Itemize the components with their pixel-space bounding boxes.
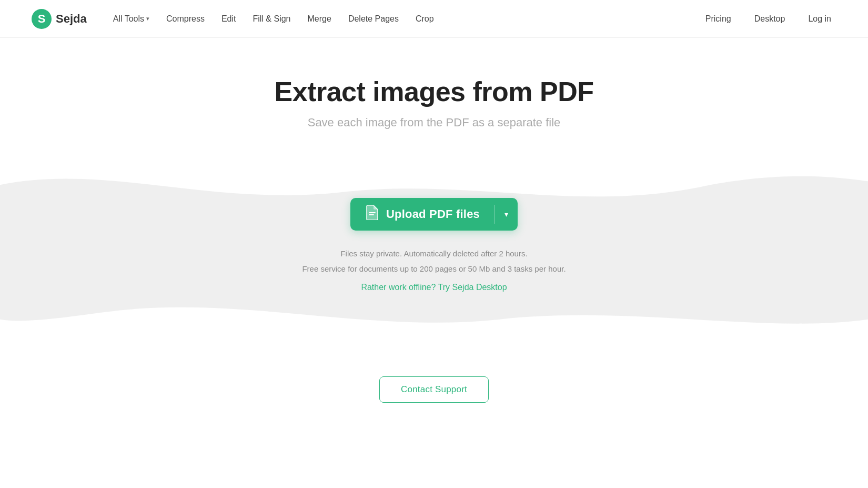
nav-fill-sign[interactable]: Fill & Sign <box>245 10 298 28</box>
upload-button-group[interactable]: Upload PDF files ▾ <box>350 198 518 231</box>
pdf-icon <box>365 205 379 223</box>
pricing-link[interactable]: Pricing <box>700 10 736 28</box>
privacy-line1: Files stay private. Automatically delete… <box>340 249 527 258</box>
upload-section: Upload PDF files ▾ Files stay private. A… <box>0 156 868 345</box>
privacy-line2: Free service for documents up to 200 pag… <box>302 264 566 273</box>
upload-dropdown-arrow[interactable]: ▾ <box>495 198 518 231</box>
page-title: Extract images from PDF <box>11 76 857 107</box>
footer-area: Contact Support <box>0 345 868 424</box>
desktop-link[interactable]: Desktop <box>749 10 791 28</box>
header-right: Pricing Desktop Log in <box>700 10 836 28</box>
header: S Sejda All Tools ▾ Compress Edit Fill &… <box>0 0 868 38</box>
page-subtitle: Save each image from the PDF as a separa… <box>11 116 857 130</box>
nav-crop[interactable]: Crop <box>408 10 441 28</box>
contact-support-button[interactable]: Contact Support <box>379 376 489 403</box>
upload-button-label: Upload PDF files <box>386 207 480 221</box>
nav-edit[interactable]: Edit <box>214 10 244 28</box>
svg-text:S: S <box>38 12 46 25</box>
logo-text: Sejda <box>56 12 87 26</box>
nav-delete-pages[interactable]: Delete Pages <box>341 10 406 28</box>
main-nav: All Tools ▾ Compress Edit Fill & Sign Me… <box>106 10 441 28</box>
privacy-notes: Files stay private. Automatically delete… <box>302 246 566 276</box>
hero-section: Extract images from PDF Save each image … <box>0 38 868 140</box>
nav-merge[interactable]: Merge <box>300 10 339 28</box>
offline-desktop-link[interactable]: Rather work offline? Try Sejda Desktop <box>361 283 507 292</box>
chevron-down-icon: ▾ <box>146 15 149 22</box>
main-content: Extract images from PDF Save each image … <box>0 38 868 424</box>
logo[interactable]: S Sejda <box>32 9 87 29</box>
chevron-down-icon: ▾ <box>504 210 508 218</box>
login-link[interactable]: Log in <box>803 10 836 28</box>
logo-icon: S <box>32 9 52 29</box>
nav-compress[interactable]: Compress <box>159 10 212 28</box>
header-left: S Sejda All Tools ▾ Compress Edit Fill &… <box>32 9 441 29</box>
nav-all-tools[interactable]: All Tools ▾ <box>106 10 157 28</box>
upload-pdf-button[interactable]: Upload PDF files <box>350 198 494 231</box>
